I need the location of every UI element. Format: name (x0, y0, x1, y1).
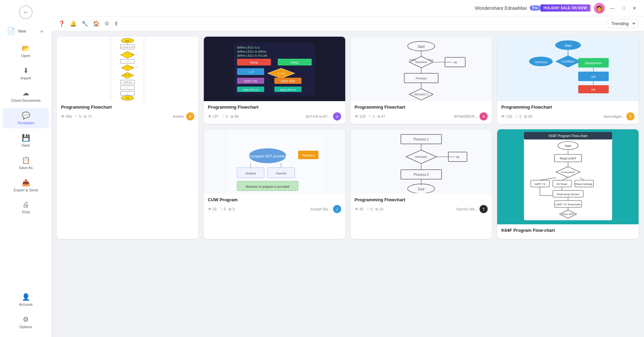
minimize-button[interactable]: — (608, 4, 617, 12)
template-card[interactable]: Start Decision Process Decision 2 (351, 37, 492, 124)
svg-text:Parents: Parents (276, 172, 287, 175)
card-title: K64F Program Flow-chart (501, 228, 635, 233)
template-card[interactable]: Start Condition DeployMean job job (497, 37, 639, 124)
community-icon[interactable]: 🏠 (92, 19, 101, 28)
new-plus-icon: ＋ (39, 27, 45, 35)
svg-text:job: job (591, 88, 596, 91)
sidebar-item-templates[interactable]: 💬 Templates (3, 108, 49, 128)
sidebar-item-account[interactable]: 👤 Account (3, 289, 49, 310)
sidebar-item-new-label: New (18, 29, 26, 34)
svg-text:define LED1 to define: define LED1 to define (237, 50, 267, 53)
svg-text:If program NOT provided: If program NOT provided (249, 154, 286, 158)
sidebar-item-new[interactable]: 📄 New ＋ (3, 24, 49, 39)
sidebar-item-saveas-label: Save As (19, 166, 33, 170)
likes-count: 5 (79, 114, 81, 118)
template-card[interactable]: If program NOT provided Student Parents … (204, 129, 345, 239)
card-thumbnail: If program NOT provided Student Parents … (204, 129, 345, 194)
svg-text:Start: Start (564, 44, 571, 48)
sidebar-item-save[interactable]: 💾 Save (3, 130, 49, 151)
svg-text:Teachers: Teachers (302, 154, 315, 157)
tools-icon[interactable]: 🔧 (80, 19, 90, 28)
maximize-button[interactable]: □ (620, 4, 627, 12)
sidebar-item-import-label: Import (20, 76, 31, 80)
card-author: สุภกรณ์ ยะดำ... ส (306, 112, 341, 120)
card-thumbnail: Start Condition DeployMean job job (497, 37, 639, 101)
svg-text:Read UART: Read UART (560, 157, 576, 160)
likes-stat: ♡ 5 (75, 114, 81, 119)
sidebar-back-area: ← (0, 0, 52, 22)
svg-text:True: True (131, 67, 134, 68)
card-author: AFNANBON... A (454, 112, 488, 120)
svg-text:i++: i++ (127, 93, 129, 94)
card-author: Ashley A (173, 112, 194, 120)
sidebar-item-open-label: Open (21, 54, 31, 58)
sidebar: ← 📄 New ＋ 📂 Open ⬇ Import ☁ Cloud Docume… (0, 0, 52, 337)
scroll-top-icon[interactable]: ⬆ (113, 19, 120, 28)
sidebar-item-open[interactable]: 📂 Open (3, 41, 49, 61)
template-card[interactable]: define LED1 is a define LED1 to define d… (204, 37, 345, 124)
help-icon[interactable]: ❓ (57, 19, 66, 28)
template-card[interactable]: K64F Program Flow-chart Start Read UART … (497, 129, 639, 239)
settings-icon[interactable]: ⚙ (103, 19, 111, 28)
app-title-area: Wondershare EdrawMax Pro (475, 5, 540, 11)
card-meta: 👁45 ♡0 ⧉10 Yasmin His... Y (355, 205, 488, 213)
card-info: Programming Flowchart 👁45 ♡0 ⧉10 Yasmin … (351, 194, 492, 217)
svg-text:Process 2: Process 2 (414, 173, 429, 176)
svg-text:End: End (418, 187, 424, 191)
close-button[interactable]: ✕ (630, 4, 639, 12)
trending-select[interactable]: Trending Latest Popular (608, 19, 639, 28)
svg-text:Pare OFF: Pare OFF (562, 213, 574, 216)
svg-text:Read temp Sensor: Read temp Sensor (557, 193, 579, 196)
sidebar-item-saveas[interactable]: 📋 Save As (3, 153, 49, 173)
svg-text:Behavior or program is provide: Behavior or program is provided (246, 185, 289, 188)
sidebar-item-cloud[interactable]: ☁ Cloud Documents (3, 86, 49, 106)
svg-text:Process: Process (416, 77, 427, 80)
svg-text:Decision: Decision (415, 60, 427, 64)
svg-text:delay 250 ms: delay 250 ms (242, 88, 259, 91)
sidebar-item-print[interactable]: 🖨 Print (3, 198, 49, 218)
holiday-banner-button[interactable]: HOLIDAY SALE ON NOW (540, 4, 590, 12)
sidebar-item-account-label: Account (19, 302, 33, 306)
card-thumbnail: K64F Program Flow-chart Start Read UART … (497, 129, 639, 224)
template-card[interactable]: Process 1 Decision Process 2 End Al (351, 129, 492, 239)
sidebar-item-import[interactable]: ⬇ Import (3, 63, 49, 83)
svg-text:Decision: Decision (415, 155, 427, 158)
svg-text:job: job (591, 75, 596, 78)
sidebar-item-options[interactable]: ⚙ Options (3, 312, 49, 332)
card-meta: 👁16 ♡0 ⧉3 Joseph Ba... J (208, 205, 341, 213)
card-title: CUW Program (208, 197, 341, 202)
svg-text:Student: Student (246, 172, 256, 175)
export-icon: 📤 (22, 179, 30, 187)
sidebar-item-export-label: Export & Send (14, 188, 38, 192)
card-thumbnail: Begin Loop through unsorted i < n-1 j = … (57, 37, 198, 101)
svg-text:j = i+1: j = i+1 (125, 61, 129, 62)
new-icon: 📄 (7, 27, 15, 35)
card-meta: 👁 566 ♡ 5 ⧉ 71 Ashley A (61, 112, 194, 120)
svg-text:LED1 OFF: LED1 OFF (281, 79, 296, 83)
svg-text:j++: j++ (126, 87, 129, 89)
titlebar-right: HOLIDAY SALE ON NOW 🧑 — □ ✕ (540, 3, 639, 14)
card-author: Yasmin His... Y (456, 205, 488, 213)
svg-text:a[j] > a[j+1]: a[j] > a[j+1] (124, 74, 131, 76)
copies-stat: ⧉ 71 (84, 114, 92, 119)
card-thumbnail: define LED1 is a define LED1 to define d… (204, 37, 345, 101)
views-count: 566 (66, 114, 72, 118)
open-icon: 📂 (22, 44, 30, 52)
template-card[interactable]: Begin Loop through unsorted i < n-1 j = … (57, 37, 198, 239)
user-avatar[interactable]: 🧑 (594, 3, 605, 14)
svg-text:UART TX Send Data: UART TX Send Data (555, 203, 581, 206)
svg-text:Read Settings: Read Settings (575, 183, 592, 186)
notification-icon[interactable]: 🔔 (69, 19, 78, 28)
options-icon: ⚙ (23, 315, 29, 323)
sidebar-item-export[interactable]: 📤 Export & Send (3, 175, 49, 195)
author-avatar: J (333, 205, 341, 213)
svg-text:Condition: Condition (562, 60, 574, 63)
back-button[interactable]: ← (19, 5, 33, 19)
sidebar-item-print-label: Print (22, 210, 30, 214)
toolbar: ❓ 🔔 🔧 🏠 ⚙ ⬆ Trending Latest Popular (52, 16, 644, 31)
svg-text:Alt: Alt (453, 61, 457, 64)
svg-text:Alt: Alt (456, 155, 460, 159)
card-info: Programming Flowchart 👁133 ♡2 ⧉28 Samuel… (497, 101, 639, 124)
sidebar-navigation: 📄 New ＋ 📂 Open ⬇ Import ☁ Cloud Document… (0, 22, 52, 286)
saveas-icon: 📋 (22, 156, 30, 164)
